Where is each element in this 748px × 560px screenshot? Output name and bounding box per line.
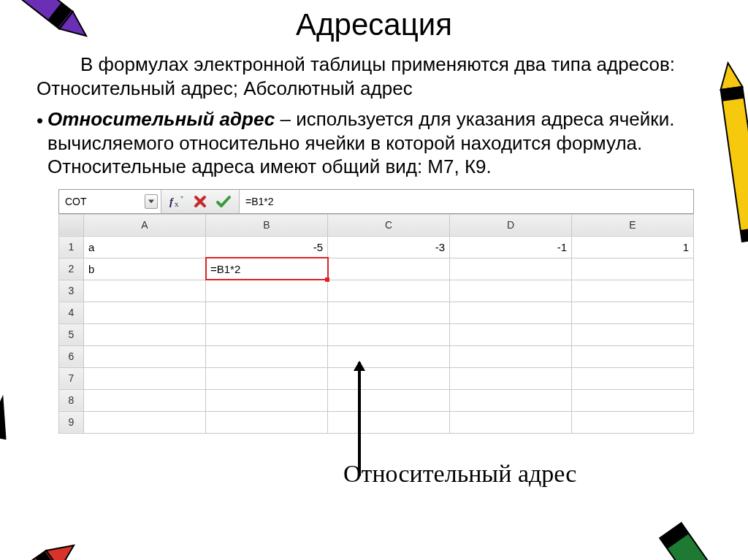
col-header-A[interactable]: A (84, 214, 206, 236)
cancel-icon[interactable] (191, 193, 210, 210)
cell-A3[interactable] (84, 280, 206, 302)
cell-C5[interactable] (328, 323, 450, 345)
cell-D7[interactable] (450, 367, 572, 389)
cell-A7[interactable] (84, 367, 206, 389)
cell-B1[interactable]: -5 (206, 236, 328, 258)
cell-A6[interactable] (84, 345, 206, 367)
cell-D1[interactable]: -1 (450, 236, 572, 258)
cell-B5[interactable] (206, 323, 328, 345)
row-header-5[interactable]: 5 (59, 323, 84, 345)
cell-A2[interactable]: b (84, 258, 206, 280)
crayon-decoration (640, 505, 748, 560)
cell-E5[interactable] (572, 323, 694, 345)
callout-arrow (358, 362, 361, 476)
col-header-B[interactable]: B (206, 214, 328, 236)
corner-cell[interactable] (59, 214, 84, 236)
cell-D9[interactable] (450, 411, 572, 433)
cell-D4[interactable] (450, 302, 572, 323)
crayon-decoration (0, 522, 91, 560)
name-box-value: COT (65, 196, 87, 207)
cell-B3[interactable] (206, 280, 328, 302)
cell-C2[interactable] (328, 258, 450, 280)
cell-D8[interactable] (450, 389, 572, 411)
accept-icon[interactable] (214, 193, 233, 210)
row-header-1[interactable]: 1 (59, 236, 84, 258)
spreadsheet-screenshot: COT f x (58, 189, 694, 434)
cell-D3[interactable] (450, 280, 572, 302)
row-header-3[interactable]: 3 (59, 280, 84, 302)
cell-E6[interactable] (572, 345, 694, 367)
row-header-8[interactable]: 8 (59, 389, 84, 411)
cell-E7[interactable] (572, 367, 694, 389)
svg-text:x: x (175, 199, 179, 208)
cell-C6[interactable] (328, 345, 450, 367)
bullet-text: Относительный адрес – используется для у… (47, 107, 711, 179)
callout-label: Относительный адрес (343, 460, 576, 488)
cell-C8[interactable] (328, 389, 450, 411)
row-header-9[interactable]: 9 (59, 411, 84, 433)
cell-E1[interactable]: 1 (572, 236, 694, 258)
cell-B8[interactable] (206, 389, 328, 411)
cell-D5[interactable] (450, 323, 572, 345)
cell-B4[interactable] (206, 302, 328, 323)
formula-bar: COT f x (58, 189, 694, 214)
cell-A8[interactable] (84, 389, 206, 411)
chevron-down-icon[interactable] (145, 194, 158, 209)
bullet-term: Относительный адрес (47, 108, 275, 130)
cell-C1[interactable]: -3 (328, 236, 450, 258)
cell-C3[interactable] (328, 280, 450, 302)
bullet-item: • Относительный адрес – используется для… (37, 107, 711, 179)
cell-A9[interactable] (84, 411, 206, 433)
col-header-E[interactable]: E (572, 214, 694, 236)
cell-E4[interactable] (572, 302, 694, 323)
cell-A4[interactable] (84, 302, 206, 323)
intro-text: В формулах электронной таблицы применяют… (37, 53, 711, 100)
spreadsheet-grid: A B C D E 1 a -5 -3 -1 1 2 b =B1*2 (58, 214, 694, 434)
cell-B7[interactable] (206, 367, 328, 389)
cell-E8[interactable] (572, 389, 694, 411)
cell-C4[interactable] (328, 302, 450, 323)
slide-title: Адресация (37, 7, 711, 42)
cell-A1[interactable]: a (84, 236, 206, 258)
cell-E2[interactable] (572, 258, 694, 280)
col-header-C[interactable]: C (328, 214, 450, 236)
formula-bar-icons: f x (161, 190, 240, 213)
cell-E9[interactable] (572, 411, 694, 433)
col-header-D[interactable]: D (450, 214, 572, 236)
svg-marker-14 (46, 536, 80, 560)
cell-B6[interactable] (206, 345, 328, 367)
formula-value: =B1*2 (245, 196, 274, 207)
cell-B9[interactable] (206, 411, 328, 433)
row-header-7[interactable]: 7 (59, 367, 84, 389)
cell-E3[interactable] (572, 280, 694, 302)
fx-icon[interactable]: f x (167, 193, 186, 210)
cell-D2[interactable] (450, 258, 572, 280)
bullet-marker: • (37, 107, 43, 133)
cell-B2[interactable]: =B1*2 (206, 258, 328, 280)
row-header-2[interactable]: 2 (59, 258, 84, 280)
cell-C7[interactable] (328, 367, 450, 389)
formula-input[interactable]: =B1*2 (240, 190, 693, 213)
svg-text:f: f (169, 196, 175, 207)
cell-A5[interactable] (84, 323, 206, 345)
name-box[interactable]: COT (59, 190, 161, 213)
cell-C9[interactable] (328, 411, 450, 433)
row-header-6[interactable]: 6 (59, 345, 84, 367)
cell-D6[interactable] (450, 345, 572, 367)
row-header-4[interactable]: 4 (59, 302, 84, 323)
